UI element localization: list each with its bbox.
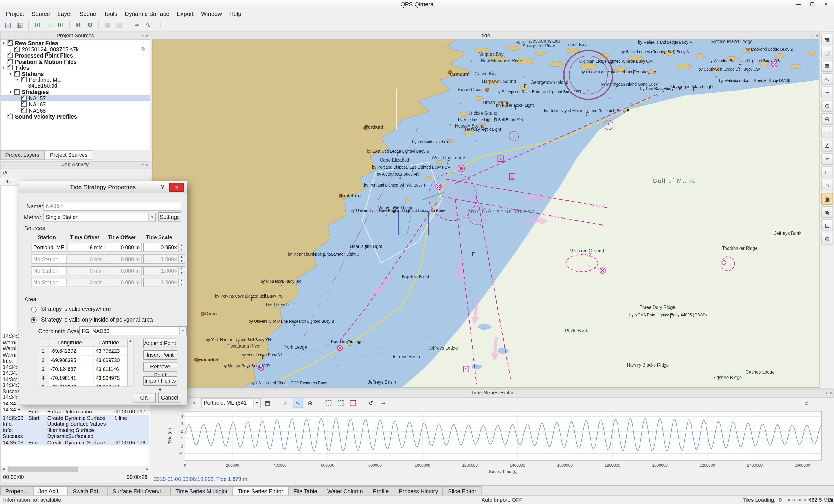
tree-item-raw-sonar-files[interactable]: ▾Raw Sonar Files — [1, 40, 150, 46]
scroll-right-icon[interactable]: ► — [145, 466, 149, 472]
radio-valid-everywhere[interactable]: Strategy is valid everywhere — [31, 306, 111, 312]
tab-swath-edi[interactable]: Swath Edi... — [67, 486, 108, 496]
maximize-button[interactable]: ▢ — [805, 0, 819, 9]
new-project-icon[interactable]: ▤ — [3, 19, 13, 30]
log-options-icon[interactable]: ≡ — [142, 169, 146, 176]
undo-icon[interactable]: ↺ — [3, 169, 7, 176]
close-panel-icon[interactable]: × — [829, 390, 832, 396]
insert-point-button[interactable]: Insert Point — [143, 350, 177, 360]
open-project-icon[interactable]: ▦ — [15, 19, 25, 30]
log-row[interactable]: EndExtract Information00:00:00.717 — [1, 409, 150, 415]
tab-project-sources[interactable]: Project Sources — [45, 151, 93, 160]
tab-slice-editor[interactable]: Slice Editor — [443, 486, 482, 496]
selection-tool-icon[interactable]: ▣ — [821, 193, 833, 204]
nautical-chart-map[interactable]: 111!!? BathWestport IslandSheepscot Rive… — [152, 39, 820, 388]
zoom-in-icon[interactable]: ⊕ — [821, 100, 833, 112]
snapshot-icon[interactable]: ⊡ — [821, 220, 833, 231]
notes-icon[interactable]: ▤ — [262, 397, 273, 408]
close-button[interactable]: × — [819, 0, 833, 9]
tree-expander-icon[interactable]: ▾ — [3, 64, 7, 70]
multibeam-tools-icon[interactable]: ⊥ — [155, 19, 166, 30]
tab-time-series-editor[interactable]: Time Series Editor — [233, 486, 289, 496]
interpolate-icon[interactable]: ⇢ — [378, 397, 388, 408]
tree-item-position-motion-files[interactable]: Position & Motion Files — [1, 58, 150, 64]
select-rectangle-icon[interactable]: □ — [821, 166, 833, 178]
coordinate-system-combo[interactable]: FG_NAD83▾ — [79, 326, 186, 336]
menu-window[interactable]: Window — [197, 10, 226, 17]
processing-settings-icon[interactable]: ⊛ — [73, 19, 84, 30]
tab-surface-edit-overvi[interactable]: Surface Edit Overvi... — [107, 486, 171, 496]
menu-help[interactable]: Help — [226, 10, 245, 17]
select-lasso-icon[interactable]: ◌ — [821, 180, 833, 191]
tab-propert[interactable]: Propert... — [0, 486, 34, 496]
checkbox-checked-icon[interactable] — [7, 41, 13, 46]
overview-grid-icon[interactable]: ▦ — [821, 33, 833, 45]
checkbox-checked-icon[interactable] — [7, 114, 13, 119]
help-icon[interactable]: ? — [159, 183, 167, 191]
pointer-tool-icon[interactable]: ↖ — [292, 397, 303, 408]
import-points-button[interactable]: Import Points ▾ — [143, 376, 177, 386]
tree-item-sound-velocity-profiles[interactable]: Sound Velocity Profiles — [1, 113, 150, 119]
select-remove-icon[interactable] — [347, 397, 358, 408]
minimize-button[interactable]: — — [791, 0, 805, 9]
refresh-icon[interactable]: ↻ — [85, 19, 95, 30]
pointer-tool-icon[interactable]: ↖ — [821, 73, 833, 85]
tree-expander-icon[interactable]: ▾ — [17, 77, 21, 83]
station-dropdown-icon[interactable]: ▾ — [189, 397, 200, 408]
tab-process-history[interactable]: Process History — [394, 486, 443, 496]
log-row[interactable]: Info:Illuminating Surface — [1, 427, 150, 433]
checkbox-checked-icon[interactable] — [15, 47, 20, 52]
tab-profile[interactable]: Profile — [368, 486, 394, 496]
radio-icon[interactable] — [31, 306, 37, 312]
view-settings-icon[interactable]: ⊛ — [821, 233, 833, 244]
polygon-point-row[interactable]: 4-70.19814143.564975 — [38, 374, 133, 383]
append-point-button[interactable]: Append Point — [143, 339, 177, 348]
tab-job-acti[interactable]: Job Acti... — [33, 486, 68, 496]
zoom-tool-icon[interactable]: ⊕ — [305, 397, 315, 408]
log-row[interactable]: 14:35:08EndCreate Dynamic Surface00:00:0… — [1, 439, 150, 445]
ok-button[interactable]: OK — [133, 393, 156, 403]
station-combo[interactable]: Portland, ME (841▾ — [201, 398, 261, 408]
plot-options-icon[interactable]: ≡ — [801, 397, 812, 408]
tide-offset-spinner-row1[interactable]: 0.000 m▲▼ — [106, 243, 148, 252]
radio-valid-polygon[interactable]: Strategy is valid only inside of polygon… — [31, 316, 153, 323]
tide-plot[interactable]: 0200000400000600000800000100000012000001… — [165, 409, 825, 476]
water-column-icon[interactable]: ≈ — [131, 19, 142, 30]
station-combo-row4[interactable]: No Station▾ — [31, 278, 73, 287]
station-combo-row3[interactable]: No Station▾ — [31, 266, 73, 275]
select-rect-icon[interactable] — [323, 397, 334, 408]
dialog-title-bar[interactable]: Tide Strategy Properties ? × — [19, 181, 186, 193]
float-panel-icon[interactable]: ▫ — [142, 33, 144, 39]
log-row[interactable]: Info:Updating Surface Values — [1, 421, 150, 427]
polygon-point-row[interactable]: 1-69.84220243.705223 — [38, 347, 133, 356]
menu-source[interactable]: Source — [28, 10, 54, 17]
menu-scene[interactable]: Scene — [76, 10, 100, 17]
menu-export[interactable]: Export — [173, 10, 197, 17]
tree-item-processed-point-files[interactable]: Processed Point Files — [1, 52, 150, 58]
tree-item-20150124-003705-s7k[interactable]: 20150124_003705.s7k↻ — [1, 46, 150, 52]
log-row[interactable]: 14:35:03StartCreate Dynamic Surface1 lin… — [1, 415, 150, 421]
checkbox-checked-icon[interactable] — [15, 89, 20, 95]
spin-up-icon[interactable]: ▲ — [179, 244, 184, 248]
split-view-icon[interactable]: ◫ — [821, 47, 833, 59]
tab-file-table[interactable]: File Table — [288, 486, 322, 496]
tide-scale-spinner-row1[interactable]: 0.950×▲▼ — [143, 243, 185, 252]
scroll-left-icon[interactable]: ◄ — [2, 466, 5, 472]
tab-time-series-multiplot[interactable]: Time Series Multiplot — [170, 486, 233, 496]
tree-item-na168[interactable]: NA168 — [1, 107, 150, 113]
menu-dynamic-surface[interactable]: Dynamic Surface — [121, 10, 173, 17]
float-panel-icon[interactable]: ▫ — [142, 162, 144, 168]
close-panel-icon[interactable]: × — [815, 33, 818, 39]
close-panel-icon[interactable]: × — [146, 33, 149, 39]
tree-item-portland-me[interactable]: ▾Portland, ME — [1, 77, 150, 83]
layer-stack-icon[interactable]: ≣ — [821, 60, 833, 72]
radio-icon[interactable] — [31, 317, 37, 323]
tree-item-8418150-tid[interactable]: 8418150.tid — [1, 83, 150, 89]
station-combo-row2[interactable]: No Station▾ — [31, 254, 73, 264]
measure-tool-icon[interactable]: ∠ — [821, 140, 833, 151]
zoom-window-icon[interactable]: ▭ — [821, 127, 833, 138]
menu-layer[interactable]: Layer — [54, 10, 76, 17]
rotate-view-icon[interactable]: ◉ — [821, 206, 833, 218]
home-view-icon[interactable]: ⌂ — [280, 397, 291, 408]
undo-icon[interactable]: ↺ — [366, 397, 376, 408]
